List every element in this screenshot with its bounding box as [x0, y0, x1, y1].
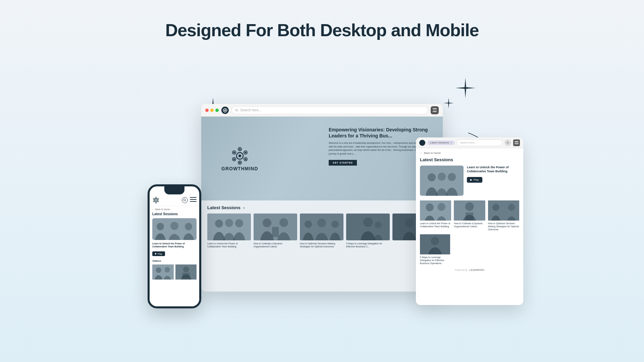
session-thumbnail-1	[207, 214, 251, 240]
tablet-browser-bar: Latest Sessions × Search here... ↻	[416, 137, 523, 148]
tablet-play-button[interactable]: ▶ Play	[467, 177, 482, 183]
tablet-featured-info: Learn to Unlock the Power of Collaborati…	[467, 166, 519, 183]
sessions-arrow[interactable]: ›	[243, 205, 245, 210]
svg-point-78	[153, 198, 155, 200]
tablet-mini-title-2: How to Cultivate a Dynamic Organizationa…	[454, 222, 485, 228]
tablet-mini-title-3: How to Optimize Decision-Making Strategi…	[488, 222, 519, 231]
session-card[interactable]: How to Cultivate a Dynamic Organizationa…	[254, 214, 297, 248]
svg-point-76	[155, 202, 157, 203]
phone-topbar	[150, 194, 199, 206]
tablet-sessions-row-1: Learn to Unlock the Power of Collaborati…	[420, 200, 519, 231]
svg-point-75	[157, 201, 159, 202]
tablet-back-label: Back to Home	[424, 152, 441, 155]
svg-point-14	[239, 148, 240, 150]
tablet-session-mini-3[interactable]: How to Optimize Decision-Making Strategi…	[488, 200, 519, 231]
tablet-footer-brand: LEARNPRO	[469, 268, 484, 272]
phone-logo	[152, 196, 160, 204]
svg-point-58	[426, 203, 433, 211]
phone-sessions-title: Latest Sessions	[152, 212, 197, 216]
browser-sessions-section: Latest Sessions ›	[201, 200, 443, 292]
tablet-mini-thumb-1	[420, 200, 451, 221]
svg-point-19	[233, 152, 235, 154]
phone-video-thumb-2[interactable]	[175, 264, 197, 280]
tablet-footer-text: Powered by	[455, 269, 467, 271]
phone-videos-row	[152, 264, 197, 280]
desktop-browser: Search here...	[201, 104, 443, 292]
tag-close[interactable]: ×	[450, 141, 452, 144]
svg-point-54	[448, 173, 456, 181]
session-card-title-1: Learn to Unlock the Power of Collaborati…	[207, 242, 251, 248]
tablet-tag: Latest Sessions ×	[427, 140, 455, 145]
tablet-sessions-row-2: 5 Ways to Leverage Delegation for Effect…	[420, 234, 519, 265]
svg-point-73	[155, 197, 157, 198]
tablet-session-mini-2[interactable]: How to Cultivate a Dynamic Organizationa…	[454, 200, 485, 231]
svg-point-93	[165, 267, 170, 273]
hero-cta-button[interactable]: GET STARTED	[329, 160, 357, 166]
phone-session-title: Learn to Unlock the Power of Collaborati…	[152, 242, 197, 248]
svg-point-26	[235, 219, 243, 227]
tablet-search-placeholder: Search here...	[460, 141, 477, 144]
svg-point-87	[170, 222, 178, 230]
tablet-session-mini2-1[interactable]: 5 Ways to Leverage Delegation for Effect…	[420, 234, 450, 265]
session-card-title-2: How to Cultivate a Dynamic Organizationa…	[254, 242, 297, 248]
tablet-back-button[interactable]: ← Back to Home	[420, 152, 519, 155]
svg-point-25	[225, 219, 233, 227]
svg-point-18	[233, 159, 235, 160]
browser-menu-button[interactable]	[431, 106, 439, 114]
svg-point-13	[238, 155, 241, 157]
browser-logo	[221, 107, 229, 114]
sparkle-right-large	[454, 77, 476, 99]
phone-play-button[interactable]: ▶ Play	[152, 251, 165, 256]
svg-point-77	[153, 201, 155, 202]
growthmind-brand-name: GROWTHMIND	[221, 166, 258, 171]
phone-menu-button[interactable]	[190, 197, 197, 202]
session-card[interactable]: 5 Ways to Leverage Delegation for Effect…	[346, 214, 390, 248]
svg-point-92	[156, 267, 161, 273]
phone-featured-thumbnail	[152, 218, 197, 240]
svg-point-17	[239, 162, 240, 164]
phone-video-thumb-1[interactable]	[152, 264, 174, 280]
menu-line	[433, 111, 437, 112]
session-card[interactable]: How to Optimize Decision-Making Strategi…	[300, 214, 343, 248]
menu-line	[190, 197, 197, 198]
tablet-search-bar[interactable]: Search here...	[457, 139, 502, 146]
browser-search-bar[interactable]: Search here...	[231, 106, 428, 114]
svg-point-37	[305, 221, 312, 228]
svg-point-88	[185, 223, 192, 230]
dot-red	[205, 109, 209, 112]
phone-screen: ← Back to Home Latest Sessions	[150, 194, 199, 308]
sessions-title: Latest Sessions	[207, 205, 240, 210]
session-thumbnail-3	[300, 214, 343, 240]
menu-line	[433, 110, 437, 111]
svg-point-79	[156, 200, 157, 201]
svg-point-71	[431, 237, 439, 245]
tablet-icon-group: ↻	[504, 139, 520, 146]
phone-search-icon[interactable]	[182, 197, 188, 203]
tablet-mini-thumb-3	[488, 200, 519, 221]
svg-rect-97	[182, 273, 190, 278]
dot-yellow	[210, 109, 214, 112]
browser-bar: Search here...	[201, 104, 443, 117]
session-card[interactable]: Learn to Unlock the Power of Collaborati…	[207, 214, 251, 248]
tablet-browser: Latest Sessions × Search here... ↻ ← Bac…	[416, 137, 523, 305]
phone-play-label: Play	[158, 253, 162, 255]
svg-point-15	[245, 152, 246, 154]
growthmind-logo: GROWTHMIND	[221, 146, 258, 171]
menu-line	[190, 201, 197, 202]
sparkle-right-small	[443, 97, 454, 109]
phone-back-button[interactable]: ← Back to Home	[152, 208, 197, 210]
svg-point-62	[465, 202, 474, 211]
tablet-menu-icon[interactable]	[513, 139, 520, 146]
tablet-refresh-icon[interactable]: ↻	[504, 139, 511, 146]
browser-search-text: Search here...	[240, 108, 261, 112]
svg-point-86	[157, 223, 164, 230]
svg-point-67	[492, 204, 499, 211]
phone-videos-label: Videos	[152, 259, 197, 262]
tablet-logo	[419, 140, 425, 146]
sessions-grid: Learn to Unlock the Power of Collaborati…	[207, 214, 437, 248]
svg-point-42	[363, 218, 373, 227]
tablet-session-mini-1[interactable]: Learn to Unlock the Power of Collaborati…	[420, 200, 451, 231]
svg-point-44	[375, 222, 381, 228]
session-card-title-4: 5 Ways to Leverage Delegation for Effect…	[346, 242, 390, 248]
svg-point-47	[405, 219, 414, 227]
